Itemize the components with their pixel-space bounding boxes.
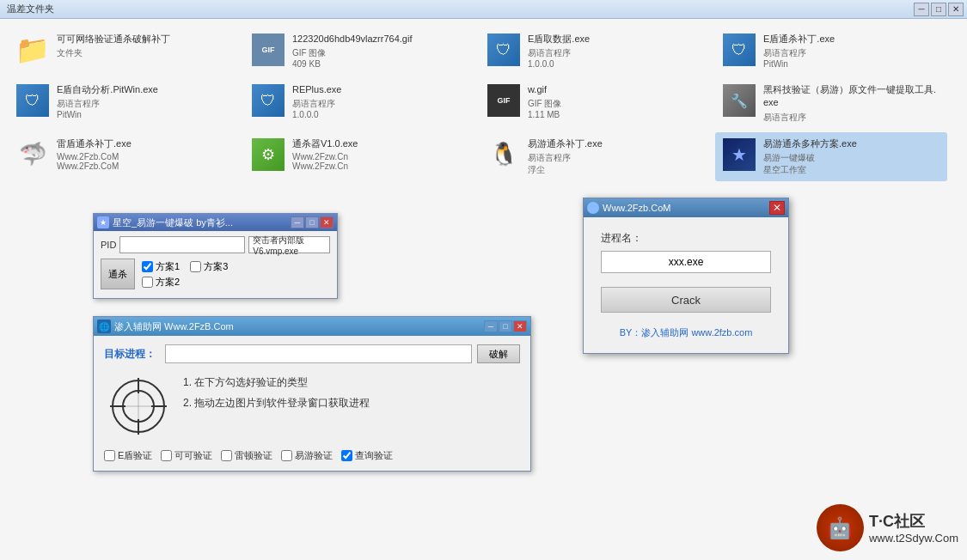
crack-main-button[interactable]: Crack <box>601 287 771 313</box>
watermark-text: T·C社区 <box>869 513 925 530</box>
option2-text: 方案2 <box>156 276 180 289</box>
popup3-title: Www.2Fzb.CoM <box>603 203 670 213</box>
popup1-title: 星空_易游一键爆破 by青衫... <box>113 216 291 229</box>
list-item[interactable]: 🦈 雷盾通杀补丁.exe Www.2Fzb.CoM Www.2Fzb.CoM <box>9 132 241 181</box>
pid-input[interactable] <box>119 236 245 253</box>
file-version: 1.0.0.0 <box>292 110 469 119</box>
popup1-close-btn[interactable]: ✕ <box>320 216 334 228</box>
popup1-content: PID 突击者内部版V6.vmp.exe 通杀 方案1 方案3 <box>94 231 337 298</box>
leidun-verify-label[interactable]: 雷顿验证 <box>221 449 272 462</box>
list-item[interactable]: ⚙ 通杀器V1.0.exe Www.2Fzw.Cn Www.2Fzw.Cn <box>244 132 476 181</box>
file-grid: 📁 可可网络验证通杀破解补丁 文件夹 GIF 122320d6hdb49vlaz… <box>0 19 967 190</box>
file-name: E盾取数据.exe <box>528 33 705 46</box>
explorer-maximize-btn[interactable]: □ <box>931 3 946 16</box>
exe-icon: 🛡 <box>487 33 521 67</box>
popup3-titlebar: Www.2Fzb.CoM ✕ <box>584 198 788 217</box>
explorer-minimize-btn[interactable]: ─ <box>914 3 929 16</box>
list-item[interactable]: GIF w.gif GIF 图像 1.11 MB <box>480 78 712 129</box>
file-name: 122320d6hdb49vlazrr764.gif <box>292 33 469 46</box>
keke-verify-text: 可可验证 <box>174 449 212 462</box>
watermark-url: www.t2Sdyw.Com <box>869 532 958 545</box>
process-name-input[interactable] <box>601 251 771 273</box>
leidun-verify-text: 雷顿验证 <box>235 449 272 462</box>
option1-label[interactable]: 方案1 <box>142 260 180 273</box>
popup2-title: 渗入辅助网 Www.2FzB.Com <box>114 320 234 333</box>
list-item[interactable]: 🔧 黑科技验证（易游）原文件一键提取工具.exe 易语言程序 <box>715 78 947 129</box>
popup1-pid-row: PID 突击者内部版V6.vmp.exe <box>101 236 330 253</box>
explorer-titlebar: 温差文件夹 ─ □ ✕ <box>0 0 967 19</box>
list-item[interactable]: 🛡 E盾自动分析.PitWin.exe 易语言程序 PitWin <box>9 78 241 129</box>
explorer-title: 温差文件夹 <box>7 3 54 15</box>
crack-btn-popup2[interactable]: 破解 <box>477 344 520 363</box>
popup3-close-btn[interactable]: ✕ <box>769 201 785 215</box>
option1-text: 方案1 <box>156 260 180 273</box>
option2-checkbox[interactable] <box>142 277 153 288</box>
exe-icon: 🛡 <box>722 33 756 67</box>
file-size: 1.11 MB <box>528 110 705 119</box>
file-type: 易游一键爆破 <box>763 152 940 164</box>
process-label: 进程名： <box>601 231 642 246</box>
list-item[interactable]: 🛡 E盾通杀补丁.exe 易语言程序 PitWin <box>715 27 947 75</box>
file-version: 1.0.0.0 <box>528 59 705 69</box>
shark-icon: 🦈 <box>15 137 50 172</box>
file-type: GIF 图像 <box>292 47 469 59</box>
pid-label: PID <box>101 240 116 250</box>
yiyou-verify-label[interactable]: 易游验证 <box>281 449 333 462</box>
keke-verify-label[interactable]: 可可验证 <box>161 449 212 462</box>
list-item[interactable]: 🛡 E盾取数据.exe 易语言程序 1.0.0.0 <box>480 27 712 75</box>
popup1-restore-btn[interactable]: □ <box>305 216 319 228</box>
query-verify-checkbox[interactable] <box>341 450 352 461</box>
by-attribution: BY：渗入辅助网 www.2fzb.com <box>620 326 753 339</box>
file-size: 409 KB <box>292 59 469 69</box>
edun-verify-text: E盾验证 <box>118 449 152 462</box>
list-item[interactable]: 🐧 易游通杀补丁.exe 易语言程序 浮尘 <box>480 132 712 181</box>
process-name-display: 突击者内部版V6.vmp.exe <box>248 236 330 253</box>
option1-checkbox[interactable] <box>142 261 153 272</box>
green-icon: ⚙ <box>251 137 285 172</box>
file-version: Www.2Fzb.CoM <box>57 161 234 171</box>
file-name: E盾自动分析.PitWin.exe <box>57 83 234 96</box>
option3-label[interactable]: 方案3 <box>190 260 228 273</box>
target-process-input[interactable] <box>165 344 472 363</box>
popup2-icon: 🌐 <box>97 320 111 333</box>
list-item[interactable]: ★ 易游通杀多种方案.exe 易游一键爆破 星空工作室 <box>715 132 947 181</box>
popup-yiyou-crack: ★ 星空_易游一键爆破 by青衫... ─ □ ✕ PID 突击者内部版V6.v… <box>93 213 338 299</box>
yiyou-verify-checkbox[interactable] <box>281 450 292 461</box>
file-type: Www.2Fzb.CoM <box>57 152 234 161</box>
file-version: Www.2Fzw.Cn <box>292 161 469 171</box>
option3-text: 方案3 <box>204 260 228 273</box>
leidun-verify-checkbox[interactable] <box>221 450 232 461</box>
exe-icon: 🔧 <box>722 83 756 118</box>
file-name: 黑科技验证（易游）原文件一键提取工具.exe <box>763 83 940 110</box>
folder-icon: 📁 <box>15 33 50 67</box>
file-author: 浮尘 <box>528 164 705 176</box>
option2-label[interactable]: 方案2 <box>142 276 180 289</box>
file-author: 星空工作室 <box>763 164 940 176</box>
watermark-robot-icon: 🤖 <box>817 504 864 551</box>
popup2-restore-btn[interactable]: □ <box>499 320 512 332</box>
list-item[interactable]: 📁 可可网络验证通杀破解补丁 文件夹 <box>9 27 241 75</box>
gif-icon: GIF <box>251 33 285 67</box>
target-process-row: 目标进程： 破解 <box>104 344 520 363</box>
list-item[interactable]: 🛡 REPlus.exe 易语言程序 1.0.0.0 <box>244 78 476 129</box>
popup1-minimize-btn[interactable]: ─ <box>291 216 304 228</box>
edun-verify-checkbox[interactable] <box>104 450 115 461</box>
explorer-close-btn[interactable]: ✕ <box>948 3 964 16</box>
popup3-content: 进程名： Crack BY：渗入辅助网 www.2fzb.com <box>584 217 788 353</box>
file-name: E盾通杀补丁.exe <box>763 33 940 46</box>
target-label: 目标进程： <box>104 347 160 362</box>
edun-verify-label[interactable]: E盾验证 <box>104 449 152 462</box>
popup2-minimize-btn[interactable]: ─ <box>484 320 498 332</box>
crosshair-area <box>104 372 173 441</box>
file-name: 通杀器V1.0.exe <box>292 137 469 150</box>
query-verify-label[interactable]: 查询验证 <box>341 449 393 462</box>
popup2-close-btn[interactable]: ✕ <box>513 320 527 332</box>
option3-checkbox[interactable] <box>190 261 201 272</box>
kill-button[interactable]: 通杀 <box>101 259 135 289</box>
crosshair-icon <box>108 376 168 436</box>
keke-verify-checkbox[interactable] <box>161 450 172 461</box>
file-name: 易游通杀多种方案.exe <box>763 137 940 150</box>
file-type: 易语言程序 <box>57 98 234 110</box>
list-item[interactable]: GIF 122320d6hdb49vlazrr764.gif GIF 图像 40… <box>244 27 476 75</box>
instruction1: 1. 在下方勾选好验证的类型 <box>183 372 520 393</box>
